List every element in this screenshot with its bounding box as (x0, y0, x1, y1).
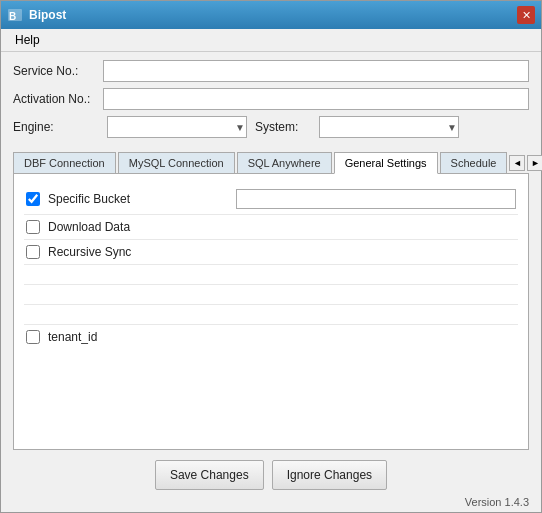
checkbox-specific-bucket[interactable] (26, 192, 40, 206)
system-select-wrap: ▼ (319, 116, 459, 138)
checkbox-row-specific-bucket: Specific Bucket (24, 184, 518, 215)
checkbox-row-recursive-sync: Recursive Sync (24, 240, 518, 265)
spacer-3 (24, 305, 518, 325)
tab-dbf-connection[interactable]: DBF Connection (13, 152, 116, 173)
engine-select-wrap: ▼ (107, 116, 247, 138)
system-select[interactable] (319, 116, 459, 138)
version-text: Version 1.4.3 (465, 496, 529, 508)
service-no-input[interactable] (103, 60, 529, 82)
tab-mysql-connection[interactable]: MySQL Connection (118, 152, 235, 173)
tab-arrow-left[interactable]: ◄ (509, 155, 525, 171)
tabs-container: DBF Connection MySQL Connection SQL Anyw… (13, 152, 529, 450)
form-area: Service No.: Activation No.: Engine: ▼ S… (1, 52, 541, 152)
buttons-area: Save Changes Ignore Changes (1, 450, 541, 494)
spacer-1 (24, 265, 518, 285)
label-download-data: Download Data (48, 220, 130, 234)
menu-help[interactable]: Help (7, 31, 48, 49)
checkbox-tenant-id[interactable] (26, 330, 40, 344)
service-no-row: Service No.: (13, 60, 529, 82)
window-title: Bipost (29, 8, 66, 22)
menu-bar: Help (1, 29, 541, 52)
title-bar-left: B Bipost (7, 7, 66, 23)
engine-select[interactable] (107, 116, 247, 138)
tab-schedule[interactable]: Schedule (440, 152, 508, 173)
tabs-header: DBF Connection MySQL Connection SQL Anyw… (13, 152, 529, 174)
activation-no-input[interactable] (103, 88, 529, 110)
checkbox-recursive-sync[interactable] (26, 245, 40, 259)
version-bar: Version 1.4.3 (1, 494, 541, 512)
engine-label: Engine: (13, 120, 103, 134)
engine-system-row: Engine: ▼ System: ▼ (13, 116, 529, 138)
spacer-2 (24, 285, 518, 305)
input-specific-bucket[interactable] (236, 189, 516, 209)
checkbox-row-tenant-id: tenant_id (24, 325, 518, 349)
label-recursive-sync: Recursive Sync (48, 245, 131, 259)
svg-text:B: B (9, 11, 16, 22)
label-tenant-id: tenant_id (48, 330, 97, 344)
system-label: System: (255, 120, 315, 134)
tab-content-general: Specific Bucket Download Data Recursive … (13, 174, 529, 450)
engine-group: Engine: ▼ (13, 116, 247, 138)
checkbox-row-download-data: Download Data (24, 215, 518, 240)
tab-sql-anywhere[interactable]: SQL Anywhere (237, 152, 332, 173)
tab-general-settings[interactable]: General Settings (334, 152, 438, 174)
title-bar: B Bipost ✕ (1, 1, 541, 29)
system-group: System: ▼ (255, 116, 459, 138)
tab-arrow-right[interactable]: ► (527, 155, 542, 171)
close-button[interactable]: ✕ (517, 6, 535, 24)
activation-no-row: Activation No.: (13, 88, 529, 110)
checkbox-download-data[interactable] (26, 220, 40, 234)
activation-no-label: Activation No.: (13, 92, 103, 106)
ignore-changes-button[interactable]: Ignore Changes (272, 460, 387, 490)
tab-nav-arrows: ◄ ► (509, 155, 542, 173)
main-window: B Bipost ✕ Help Service No.: Activation … (0, 0, 542, 513)
app-icon: B (7, 7, 23, 23)
label-specific-bucket: Specific Bucket (48, 192, 130, 206)
save-changes-button[interactable]: Save Changes (155, 460, 264, 490)
service-no-label: Service No.: (13, 64, 103, 78)
